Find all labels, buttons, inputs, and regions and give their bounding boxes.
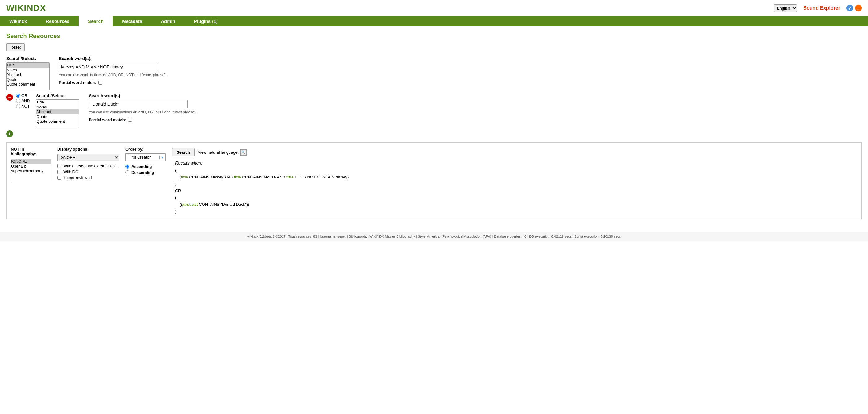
sound-explorer-link[interactable]: Sound Explorer xyxy=(803,5,840,11)
bool-not-label[interactable]: NOT xyxy=(16,104,30,109)
navbar: Wikindx Resources Search Metadata Admin … xyxy=(0,16,868,26)
title-kw-1: title xyxy=(181,175,188,179)
nav-admin[interactable]: Admin xyxy=(152,16,185,26)
partial-match-checkbox-1[interactable] xyxy=(98,81,102,85)
nav-resources[interactable]: Resources xyxy=(36,16,79,26)
not-in-bib-label: NOT in bibliography: xyxy=(11,147,51,156)
footer-text: wikindx 5.2.beta 1 ©2017 | Total resourc… xyxy=(247,235,621,238)
display-peer-reviewed: If peer reviewed xyxy=(57,175,119,180)
view-natural-icon[interactable]: 🔍 xyxy=(240,149,247,155)
ascending-radio[interactable] xyxy=(125,165,129,169)
doi-checkbox[interactable] xyxy=(57,170,61,174)
close-paren-1: ) xyxy=(175,182,176,186)
nav-search[interactable]: Search xyxy=(79,16,113,26)
order-select-wrapper: First Creator Title Year xyxy=(125,153,166,161)
language-selector[interactable]: English xyxy=(774,4,797,12)
partial-match-checkbox-2[interactable] xyxy=(128,118,132,122)
bool-or-radio[interactable] xyxy=(16,94,20,98)
search-words-group-2: Search word(s): You can use combinations… xyxy=(89,93,196,122)
search-hint-1: You can use combinations of: AND, OR, NO… xyxy=(59,73,167,77)
display-options-label: Display options: xyxy=(57,147,119,151)
search-row-1: Search/Select: Title Notes Abstract Quot… xyxy=(6,56,862,90)
search-words-group-1: Search word(s): You can use combinations… xyxy=(59,56,167,85)
reset-button[interactable]: Reset xyxy=(6,43,25,51)
search-words-label-1: Search word(s): xyxy=(59,56,167,61)
abstract-kw-1: abstract xyxy=(182,202,198,207)
partial-match-label-2: Partial word match: xyxy=(89,117,126,122)
bool-or-label[interactable]: OR xyxy=(16,93,30,98)
external-url-label: With at least one external URL xyxy=(63,164,118,168)
add-search-row-button[interactable]: + xyxy=(6,130,13,137)
descending-label[interactable]: Descending xyxy=(125,170,166,175)
search-select-group-1: Search/Select: Title Notes Abstract Quot… xyxy=(6,56,50,90)
bool-and-radio[interactable] xyxy=(16,99,20,103)
search-words-input-1[interactable] xyxy=(59,63,158,71)
search-hint-2: You can use combinations of: AND, OR, NO… xyxy=(89,110,196,114)
search-words-label-2: Search word(s): xyxy=(89,93,196,98)
nav-plugins[interactable]: Plugins (1) xyxy=(185,16,227,26)
order-by-select[interactable]: First Creator Title Year xyxy=(125,153,166,161)
rss-icon[interactable]: ␣ xyxy=(855,5,862,11)
view-natural-label: View natural language: xyxy=(198,150,239,155)
ascending-radios: Ascending Descending xyxy=(125,164,166,175)
search-select-label-1: Search/Select: xyxy=(6,56,50,61)
display-options-group: Display options: IGNORE With at least on… xyxy=(57,147,119,180)
display-external-url: With at least one external URL xyxy=(57,164,119,168)
remove-search-row-button[interactable]: − xyxy=(6,94,13,101)
order-by-label: Order by: xyxy=(125,147,166,151)
display-options-select[interactable]: IGNORE xyxy=(57,154,119,161)
nav-wikindx[interactable]: Wikindx xyxy=(0,16,36,26)
ascending-label[interactable]: Ascending xyxy=(125,164,166,169)
view-natural-language: View natural language: 🔍 xyxy=(198,149,247,155)
results-area: Results where ( (title CONTAINS Mickey A… xyxy=(172,159,348,215)
search-field-select-1[interactable]: Title Notes Abstract Quote Quote comment xyxy=(6,62,50,90)
or-separator: OR xyxy=(175,188,181,193)
open-paren-2: ( xyxy=(175,195,176,200)
title-kw-2: title xyxy=(234,175,241,179)
language-dropdown[interactable]: English xyxy=(774,4,797,12)
search-select-group-2: Search/Select: Title Notes Abstract Quot… xyxy=(36,93,79,127)
results-line-2: ((abstract CONTAINS "Donald Duck")) xyxy=(175,202,249,207)
boolean-radios: OR AND NOT xyxy=(16,93,30,109)
search-words-input-2[interactable] xyxy=(89,100,188,108)
nav-metadata[interactable]: Metadata xyxy=(113,16,152,26)
search-row-2: − OR AND NOT Search/Select: Title Notes … xyxy=(6,93,862,127)
title-kw-3: title xyxy=(286,175,293,179)
bool-and-label[interactable]: AND xyxy=(16,98,30,103)
header-right: English Sound Explorer ? ␣ xyxy=(774,4,862,12)
partial-match-2: Partial word match: xyxy=(89,117,196,122)
results-italic: Results where xyxy=(175,160,203,166)
search-button[interactable]: Search xyxy=(172,148,194,156)
main-content: Search Resources Reset Search/Select: Ti… xyxy=(0,26,868,226)
partial-match-label-1: Partial word match: xyxy=(59,80,96,85)
partial-match-1: Partial word match: xyxy=(59,80,167,85)
order-by-row: First Creator Title Year xyxy=(125,153,166,161)
bottom-panel: NOT in bibliography: IGNORE User Bib sup… xyxy=(6,142,862,219)
close-paren-2: ) xyxy=(175,209,176,213)
doi-label: With DOI xyxy=(63,170,80,174)
page-title: Search Resources xyxy=(6,33,862,40)
not-in-bib-select[interactable]: IGNORE User Bib superBibliography xyxy=(11,159,51,183)
header: WIKINDX English Sound Explorer ? ␣ xyxy=(0,0,868,16)
search-select-label-2: Search/Select: xyxy=(36,93,79,98)
order-by-group: Order by: First Creator Title Year Ascen… xyxy=(125,147,166,175)
not-in-bibliography-group: NOT in bibliography: IGNORE User Bib sup… xyxy=(11,147,51,183)
external-url-checkbox[interactable] xyxy=(57,164,61,168)
results-line-1: (title CONTAINS Mickey AND title CONTAIN… xyxy=(175,175,348,179)
descending-radio[interactable] xyxy=(125,171,129,174)
search-field-select-2[interactable]: Title Notes Abstract Quote Quote comment xyxy=(36,99,79,127)
peer-reviewed-checkbox[interactable] xyxy=(57,176,61,180)
results-text: Results where ( (title CONTAINS Mickey A… xyxy=(175,159,348,215)
bool-not-radio[interactable] xyxy=(16,104,20,108)
footer: wikindx 5.2.beta 1 ©2017 | Total resourc… xyxy=(0,232,868,241)
display-doi: With DOI xyxy=(57,170,119,174)
search-and-results: Search View natural language: 🔍 Results … xyxy=(172,147,348,215)
peer-reviewed-label: If peer reviewed xyxy=(63,175,92,180)
search-view-row: Search View natural language: 🔍 xyxy=(172,148,348,156)
help-icon[interactable]: ? xyxy=(846,5,853,11)
app-logo: WIKINDX xyxy=(6,3,46,13)
header-icons: ? ␣ xyxy=(846,5,862,11)
open-paren: ( xyxy=(175,168,176,173)
